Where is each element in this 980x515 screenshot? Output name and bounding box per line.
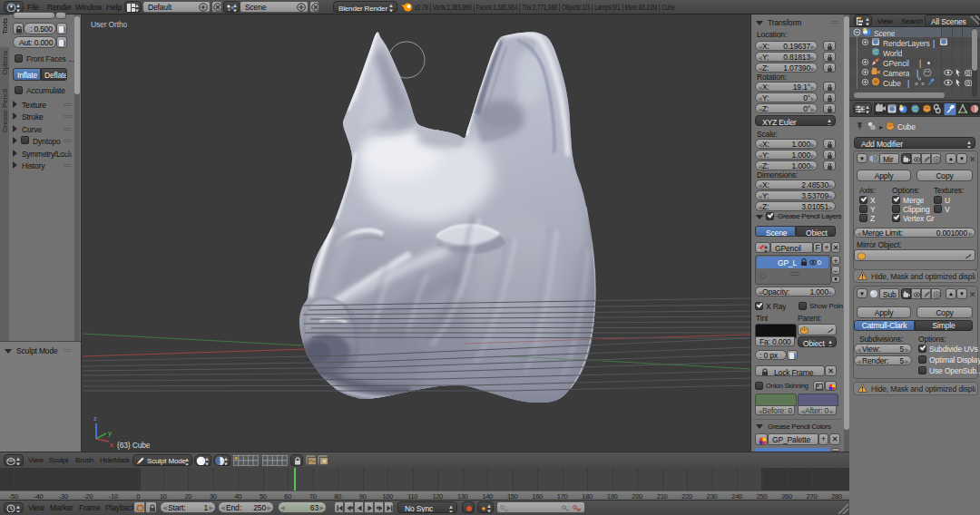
svg-text:z: z [93, 414, 97, 423]
svg-text:x: x [110, 441, 113, 449]
svg-text:y: y [108, 429, 112, 437]
